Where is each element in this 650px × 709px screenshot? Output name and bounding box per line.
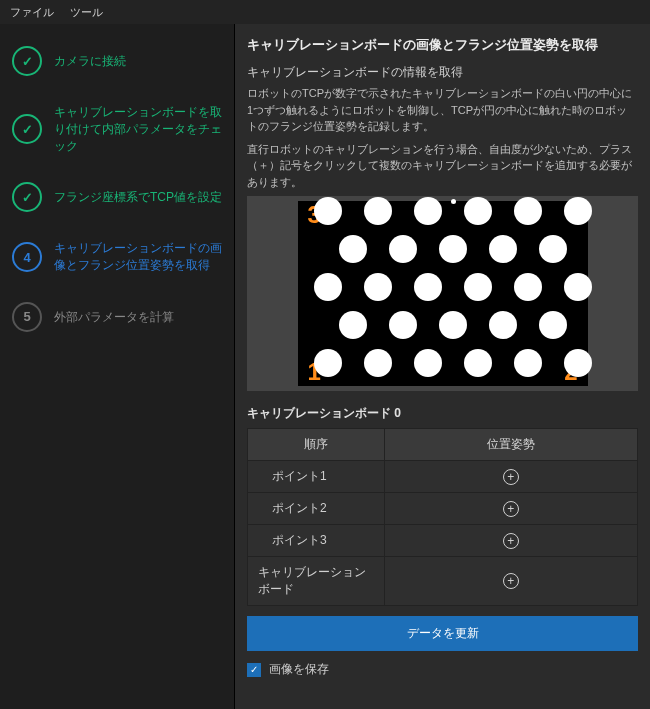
description-text-2: 直行ロボットのキャリブレーションを行う場合、自由度が少ないため、プラス（＋）記号… — [247, 141, 638, 191]
calibration-dot — [464, 273, 492, 301]
step-label: フランジ座標系でTCP値を設定 — [54, 189, 222, 206]
check-icon: ✓ — [12, 114, 42, 144]
calibration-dot — [464, 197, 492, 225]
add-pose-button[interactable]: + — [503, 501, 519, 517]
calibration-dot — [364, 349, 392, 377]
add-board-button[interactable]: + — [503, 573, 519, 589]
step-connect-camera[interactable]: ✓ カメラに接続 — [12, 46, 224, 76]
add-pose-button[interactable]: + — [503, 469, 519, 485]
calibration-dot — [389, 311, 417, 339]
page-title: キャリブレーションボードの画像とフランジ位置姿勢を取得 — [247, 36, 638, 54]
calibration-dot — [339, 311, 367, 339]
pose-table: 順序 位置姿勢 ポイント1 + ポイント2 + ポイント3 + キャ — [247, 428, 638, 606]
row-label: キャリブレーションボード — [248, 557, 385, 606]
row-label: ポイント3 — [248, 525, 385, 557]
check-icon: ✓ — [12, 182, 42, 212]
calibration-dot — [514, 197, 542, 225]
calibration-dot — [364, 273, 392, 301]
calibration-dot — [314, 273, 342, 301]
main-panel: キャリブレーションボードの画像とフランジ位置姿勢を取得 キャリブレーションボード… — [235, 24, 650, 709]
calibration-dot — [451, 199, 456, 204]
save-image-label: 画像を保存 — [269, 661, 329, 678]
calibration-dot — [339, 235, 367, 263]
calibration-dot — [514, 273, 542, 301]
calibration-dot — [514, 349, 542, 377]
section-subtitle: キャリブレーションボードの情報を取得 — [247, 64, 638, 81]
calibration-dot — [314, 197, 342, 225]
step-extrinsics[interactable]: 5 外部パラメータを計算 — [12, 302, 224, 332]
row-label: ポイント1 — [248, 461, 385, 493]
step-label: カメラに接続 — [54, 53, 126, 70]
table-row: ポイント3 + — [248, 525, 638, 557]
step-label: キャリブレーションボードを取り付けて内部パラメータをチェック — [54, 104, 224, 154]
menu-file[interactable]: ファイル — [10, 5, 54, 20]
step-number-icon: 4 — [12, 242, 42, 272]
calibration-dot — [489, 235, 517, 263]
calibration-dot — [426, 199, 431, 204]
calibration-dot — [539, 235, 567, 263]
calibration-dot — [564, 349, 592, 377]
calibration-dot — [314, 349, 342, 377]
calibration-dot — [564, 197, 592, 225]
step-label: キャリブレーションボードの画像とフランジ位置姿勢を取得 — [54, 240, 224, 274]
calibration-dot — [564, 273, 592, 301]
col-pose: 位置姿勢 — [384, 429, 638, 461]
step-board-intrinsics[interactable]: ✓ キャリブレーションボードを取り付けて内部パラメータをチェック — [12, 104, 224, 154]
calibration-board-inner: 3 1 2 — [298, 201, 588, 386]
table-row: ポイント2 + — [248, 493, 638, 525]
calibration-dot — [414, 349, 442, 377]
col-order: 順序 — [248, 429, 385, 461]
calibration-dot — [364, 197, 392, 225]
calibration-dot — [439, 311, 467, 339]
check-icon: ✓ — [12, 46, 42, 76]
calibration-dot — [439, 235, 467, 263]
calibration-board-image: 3 1 2 — [247, 196, 638, 391]
step-label: 外部パラメータを計算 — [54, 309, 174, 326]
calibration-dot — [539, 311, 567, 339]
table-row: ポイント1 + — [248, 461, 638, 493]
step-sidebar: ✓ カメラに接続 ✓ キャリブレーションボードを取り付けて内部パラメータをチェッ… — [0, 24, 235, 709]
calibration-dot — [464, 349, 492, 377]
save-image-checkbox[interactable]: ✓ — [247, 663, 261, 677]
calibration-dot — [489, 311, 517, 339]
step-capture-pose[interactable]: 4 キャリブレーションボードの画像とフランジ位置姿勢を取得 — [12, 240, 224, 274]
step-tcp-flange[interactable]: ✓ フランジ座標系でTCP値を設定 — [12, 182, 224, 212]
description-text: ロボットのTCPが数字で示されたキャリブレーションボードの白い円の中心に1つずつ… — [247, 85, 638, 135]
calibration-dot — [389, 235, 417, 263]
table-row: キャリブレーションボード + — [248, 557, 638, 606]
board-title: キャリブレーションボード 0 — [247, 405, 638, 422]
row-label: ポイント2 — [248, 493, 385, 525]
calibration-dot — [414, 273, 442, 301]
menu-bar: ファイル ツール — [0, 0, 650, 24]
add-pose-button[interactable]: + — [503, 533, 519, 549]
menu-tool[interactable]: ツール — [70, 5, 103, 20]
step-number-icon: 5 — [12, 302, 42, 332]
save-image-row: ✓ 画像を保存 — [247, 661, 638, 678]
update-data-button[interactable]: データを更新 — [247, 616, 638, 651]
